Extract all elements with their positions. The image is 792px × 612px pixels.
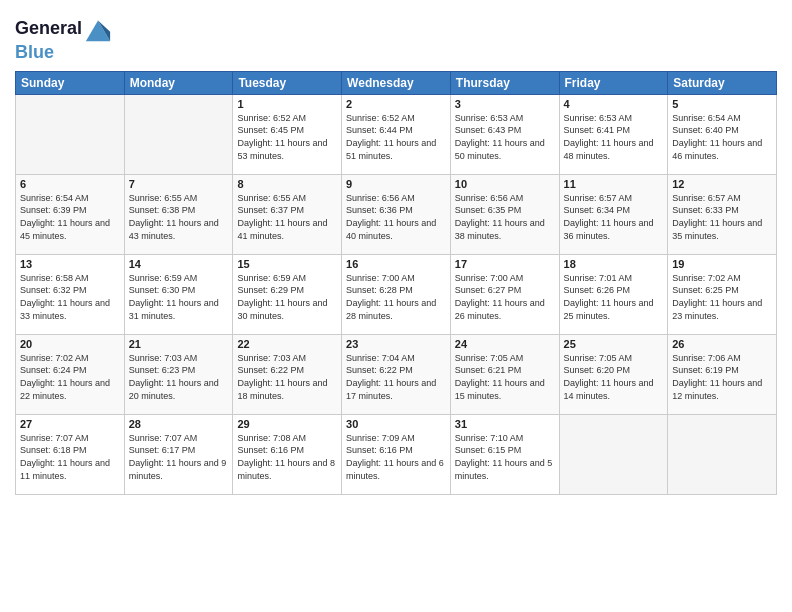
- calendar-cell: 13Sunrise: 6:58 AM Sunset: 6:32 PM Dayli…: [16, 254, 125, 334]
- cell-content: Sunrise: 6:58 AM Sunset: 6:32 PM Dayligh…: [20, 272, 120, 322]
- day-number: 4: [564, 98, 664, 110]
- day-number: 18: [564, 258, 664, 270]
- day-number: 29: [237, 418, 337, 430]
- calendar-cell: [16, 94, 125, 174]
- cell-content: Sunrise: 7:00 AM Sunset: 6:28 PM Dayligh…: [346, 272, 446, 322]
- cell-content: Sunrise: 7:08 AM Sunset: 6:16 PM Dayligh…: [237, 432, 337, 482]
- cell-content: Sunrise: 7:03 AM Sunset: 6:23 PM Dayligh…: [129, 352, 229, 402]
- cell-content: Sunrise: 7:07 AM Sunset: 6:18 PM Dayligh…: [20, 432, 120, 482]
- calendar-cell: 27Sunrise: 7:07 AM Sunset: 6:18 PM Dayli…: [16, 414, 125, 494]
- calendar-cell: 31Sunrise: 7:10 AM Sunset: 6:15 PM Dayli…: [450, 414, 559, 494]
- calendar-header-monday: Monday: [124, 71, 233, 94]
- calendar-cell: 19Sunrise: 7:02 AM Sunset: 6:25 PM Dayli…: [668, 254, 777, 334]
- day-number: 23: [346, 338, 446, 350]
- calendar-cell: 30Sunrise: 7:09 AM Sunset: 6:16 PM Dayli…: [342, 414, 451, 494]
- calendar-cell: 29Sunrise: 7:08 AM Sunset: 6:16 PM Dayli…: [233, 414, 342, 494]
- calendar-cell: 11Sunrise: 6:57 AM Sunset: 6:34 PM Dayli…: [559, 174, 668, 254]
- calendar-cell: 22Sunrise: 7:03 AM Sunset: 6:22 PM Dayli…: [233, 334, 342, 414]
- calendar-cell: [559, 414, 668, 494]
- calendar-header-sunday: Sunday: [16, 71, 125, 94]
- calendar-cell: 10Sunrise: 6:56 AM Sunset: 6:35 PM Dayli…: [450, 174, 559, 254]
- cell-content: Sunrise: 7:02 AM Sunset: 6:24 PM Dayligh…: [20, 352, 120, 402]
- calendar-cell: 12Sunrise: 6:57 AM Sunset: 6:33 PM Dayli…: [668, 174, 777, 254]
- calendar-cell: 1Sunrise: 6:52 AM Sunset: 6:45 PM Daylig…: [233, 94, 342, 174]
- day-number: 14: [129, 258, 229, 270]
- calendar-week-0: 1Sunrise: 6:52 AM Sunset: 6:45 PM Daylig…: [16, 94, 777, 174]
- cell-content: Sunrise: 7:04 AM Sunset: 6:22 PM Dayligh…: [346, 352, 446, 402]
- day-number: 30: [346, 418, 446, 430]
- calendar-cell: 20Sunrise: 7:02 AM Sunset: 6:24 PM Dayli…: [16, 334, 125, 414]
- cell-content: Sunrise: 6:56 AM Sunset: 6:35 PM Dayligh…: [455, 192, 555, 242]
- header: General Blue: [15, 10, 777, 63]
- day-number: 25: [564, 338, 664, 350]
- cell-content: Sunrise: 6:55 AM Sunset: 6:37 PM Dayligh…: [237, 192, 337, 242]
- day-number: 28: [129, 418, 229, 430]
- logo-text: General: [15, 19, 82, 39]
- cell-content: Sunrise: 7:05 AM Sunset: 6:21 PM Dayligh…: [455, 352, 555, 402]
- day-number: 7: [129, 178, 229, 190]
- calendar-cell: 18Sunrise: 7:01 AM Sunset: 6:26 PM Dayli…: [559, 254, 668, 334]
- calendar-cell: 24Sunrise: 7:05 AM Sunset: 6:21 PM Dayli…: [450, 334, 559, 414]
- logo-blue: Blue: [15, 43, 112, 63]
- cell-content: Sunrise: 6:59 AM Sunset: 6:30 PM Dayligh…: [129, 272, 229, 322]
- day-number: 1: [237, 98, 337, 110]
- day-number: 26: [672, 338, 772, 350]
- cell-content: Sunrise: 7:07 AM Sunset: 6:17 PM Dayligh…: [129, 432, 229, 482]
- day-number: 11: [564, 178, 664, 190]
- cell-content: Sunrise: 6:52 AM Sunset: 6:44 PM Dayligh…: [346, 112, 446, 162]
- calendar-cell: 26Sunrise: 7:06 AM Sunset: 6:19 PM Dayli…: [668, 334, 777, 414]
- day-number: 8: [237, 178, 337, 190]
- day-number: 5: [672, 98, 772, 110]
- cell-content: Sunrise: 6:59 AM Sunset: 6:29 PM Dayligh…: [237, 272, 337, 322]
- calendar-table: SundayMondayTuesdayWednesdayThursdayFrid…: [15, 71, 777, 495]
- calendar-week-4: 27Sunrise: 7:07 AM Sunset: 6:18 PM Dayli…: [16, 414, 777, 494]
- calendar-week-1: 6Sunrise: 6:54 AM Sunset: 6:39 PM Daylig…: [16, 174, 777, 254]
- cell-content: Sunrise: 7:06 AM Sunset: 6:19 PM Dayligh…: [672, 352, 772, 402]
- cell-content: Sunrise: 7:01 AM Sunset: 6:26 PM Dayligh…: [564, 272, 664, 322]
- calendar-cell: 14Sunrise: 6:59 AM Sunset: 6:30 PM Dayli…: [124, 254, 233, 334]
- calendar-cell: [124, 94, 233, 174]
- day-number: 22: [237, 338, 337, 350]
- calendar-cell: 2Sunrise: 6:52 AM Sunset: 6:44 PM Daylig…: [342, 94, 451, 174]
- logo: General Blue: [15, 15, 112, 63]
- cell-content: Sunrise: 6:57 AM Sunset: 6:34 PM Dayligh…: [564, 192, 664, 242]
- calendar-cell: 25Sunrise: 7:05 AM Sunset: 6:20 PM Dayli…: [559, 334, 668, 414]
- calendar-cell: 28Sunrise: 7:07 AM Sunset: 6:17 PM Dayli…: [124, 414, 233, 494]
- cell-content: Sunrise: 7:02 AM Sunset: 6:25 PM Dayligh…: [672, 272, 772, 322]
- calendar-cell: 7Sunrise: 6:55 AM Sunset: 6:38 PM Daylig…: [124, 174, 233, 254]
- day-number: 15: [237, 258, 337, 270]
- day-number: 21: [129, 338, 229, 350]
- cell-content: Sunrise: 6:54 AM Sunset: 6:39 PM Dayligh…: [20, 192, 120, 242]
- calendar-header-wednesday: Wednesday: [342, 71, 451, 94]
- calendar-cell: 9Sunrise: 6:56 AM Sunset: 6:36 PM Daylig…: [342, 174, 451, 254]
- calendar-cell: 6Sunrise: 6:54 AM Sunset: 6:39 PM Daylig…: [16, 174, 125, 254]
- calendar-cell: 3Sunrise: 6:53 AM Sunset: 6:43 PM Daylig…: [450, 94, 559, 174]
- cell-content: Sunrise: 7:05 AM Sunset: 6:20 PM Dayligh…: [564, 352, 664, 402]
- calendar-header-row: SundayMondayTuesdayWednesdayThursdayFrid…: [16, 71, 777, 94]
- calendar-cell: 8Sunrise: 6:55 AM Sunset: 6:37 PM Daylig…: [233, 174, 342, 254]
- calendar-header-tuesday: Tuesday: [233, 71, 342, 94]
- day-number: 17: [455, 258, 555, 270]
- calendar-header-thursday: Thursday: [450, 71, 559, 94]
- day-number: 10: [455, 178, 555, 190]
- calendar-cell: 4Sunrise: 6:53 AM Sunset: 6:41 PM Daylig…: [559, 94, 668, 174]
- calendar-cell: [668, 414, 777, 494]
- calendar-week-2: 13Sunrise: 6:58 AM Sunset: 6:32 PM Dayli…: [16, 254, 777, 334]
- page: General Blue SundayMondayTuesdayWednesda…: [0, 0, 792, 612]
- calendar-cell: 15Sunrise: 6:59 AM Sunset: 6:29 PM Dayli…: [233, 254, 342, 334]
- day-number: 13: [20, 258, 120, 270]
- cell-content: Sunrise: 6:53 AM Sunset: 6:41 PM Dayligh…: [564, 112, 664, 162]
- calendar-cell: 23Sunrise: 7:04 AM Sunset: 6:22 PM Dayli…: [342, 334, 451, 414]
- calendar-header-saturday: Saturday: [668, 71, 777, 94]
- day-number: 24: [455, 338, 555, 350]
- cell-content: Sunrise: 6:53 AM Sunset: 6:43 PM Dayligh…: [455, 112, 555, 162]
- day-number: 20: [20, 338, 120, 350]
- cell-content: Sunrise: 7:03 AM Sunset: 6:22 PM Dayligh…: [237, 352, 337, 402]
- day-number: 9: [346, 178, 446, 190]
- calendar-cell: 16Sunrise: 7:00 AM Sunset: 6:28 PM Dayli…: [342, 254, 451, 334]
- cell-content: Sunrise: 7:09 AM Sunset: 6:16 PM Dayligh…: [346, 432, 446, 482]
- calendar-cell: 5Sunrise: 6:54 AM Sunset: 6:40 PM Daylig…: [668, 94, 777, 174]
- calendar-cell: 21Sunrise: 7:03 AM Sunset: 6:23 PM Dayli…: [124, 334, 233, 414]
- calendar-header-friday: Friday: [559, 71, 668, 94]
- cell-content: Sunrise: 6:55 AM Sunset: 6:38 PM Dayligh…: [129, 192, 229, 242]
